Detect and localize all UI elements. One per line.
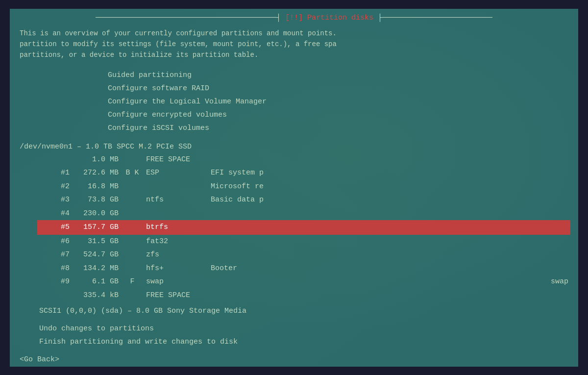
menu-item-guided[interactable]: Guided partitioning: [108, 69, 568, 82]
description-line1: This is an overview of your currently co…: [20, 28, 568, 39]
go-back-button[interactable]: <Go Back>: [20, 355, 568, 364]
menu-item-lvm[interactable]: Configure the Logical Volume Manager: [108, 95, 568, 108]
partition-3[interactable]: #3 73.8 GB ntfs Basic data p: [39, 193, 568, 207]
free-space-bottom[interactable]: 335.4 kB FREE SPACE: [39, 289, 568, 302]
partition-2[interactable]: #2 16.8 MB Microsoft re: [39, 180, 568, 194]
description-line3: partitions, or a device to initialize it…: [20, 50, 568, 60]
bottom-actions: Undo changes to partitions Finish partit…: [39, 322, 568, 349]
description: This is an overview of your currently co…: [20, 28, 568, 61]
partition-7[interactable]: #7 524.7 GB zfs: [39, 248, 568, 262]
menu-item-encrypted[interactable]: Configure encrypted volumes: [108, 108, 568, 122]
partition-list: #1 272.6 MB B K ESP EFI system p #2 16.8…: [39, 166, 568, 289]
menu-item-raid[interactable]: Configure software RAID: [108, 82, 568, 95]
device-header: /dev/nvme0n1 – 1.0 TB SPCC M.2 PCIe SSD: [20, 143, 568, 151]
action-finish[interactable]: Finish partitioning and write changes to…: [39, 335, 568, 349]
menu-item-iscsi[interactable]: Configure iSCSI volumes: [108, 122, 568, 135]
partition-5-selected[interactable]: #5 157.7 GB btrfs: [37, 220, 570, 235]
partition-1[interactable]: #1 272.6 MB B K ESP EFI system p: [39, 166, 568, 180]
menu-list: Guided partitioning Configure software R…: [108, 69, 568, 135]
free-space-top[interactable]: 1.0 MB FREE SPACE: [39, 153, 568, 167]
device-nvme: /dev/nvme0n1 – 1.0 TB SPCC M.2 PCIe SSD …: [20, 143, 568, 302]
scsi-device[interactable]: SCSI1 (0,0,0) (sda) – 8.0 GB Sony Storag…: [39, 307, 568, 315]
partition-4[interactable]: #4 230.0 GB: [39, 207, 568, 221]
title-bar: ────────────────────────────────────────…: [20, 14, 568, 22]
title-label: [!!] Partition disks: [285, 14, 373, 22]
partition-9[interactable]: #9 6.1 GB F swap swap: [39, 275, 568, 289]
title-border-left: ────────────────────────────────────────…: [96, 14, 285, 22]
partition-6[interactable]: #6 31.5 GB fat32: [39, 235, 568, 249]
action-undo[interactable]: Undo changes to partitions: [39, 322, 568, 335]
terminal-window: ────────────────────────────────────────…: [10, 9, 578, 367]
description-line2: partition to modify its settings (file s…: [20, 39, 568, 50]
title-border-right: ├─────────────────────────: [373, 14, 492, 22]
partition-8[interactable]: #8 134.2 MB hfs+ Booter: [39, 262, 568, 275]
